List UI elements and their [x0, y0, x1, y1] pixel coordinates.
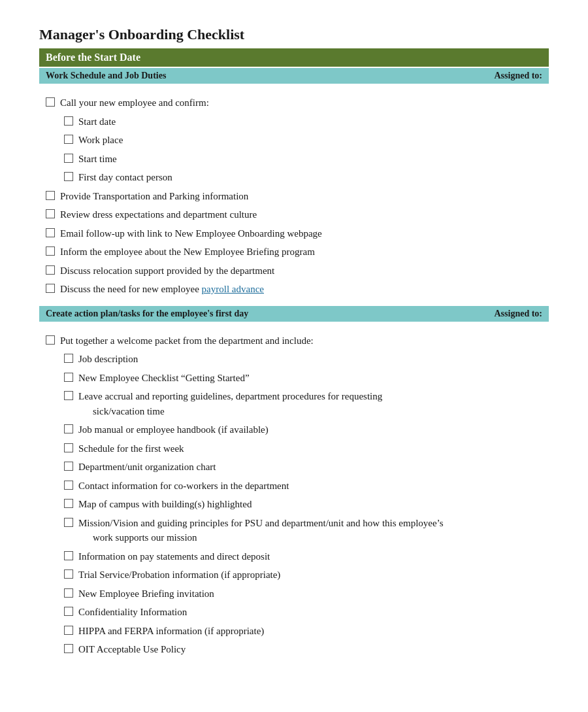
- list-item: Schedule for the first week: [64, 441, 549, 456]
- checkbox[interactable]: [64, 135, 73, 144]
- list-item: Mission/Vision and guiding principles fo…: [64, 516, 549, 545]
- checkbox[interactable]: [46, 209, 55, 218]
- list-item: Review dress expectations and department…: [46, 207, 549, 222]
- item-label: Inform the employee about the New Employ…: [60, 245, 549, 260]
- item-label: Confidentiality Information: [78, 605, 549, 620]
- checkbox[interactable]: [64, 424, 73, 433]
- checkbox[interactable]: [64, 172, 73, 181]
- item-label: HIPPA and FERPA information (if appropri…: [78, 624, 549, 639]
- checkbox[interactable]: [64, 644, 73, 653]
- checkbox[interactable]: [64, 373, 73, 382]
- item-label: Department/unit organization chart: [78, 460, 549, 475]
- list-item: Job description: [64, 352, 549, 367]
- checkbox[interactable]: [46, 97, 55, 107]
- item-label: Job description: [78, 352, 549, 367]
- item-label: OIT Acceptable Use Policy: [78, 642, 549, 657]
- checkbox[interactable]: [64, 607, 73, 616]
- list-item: Call your new employee and confirm:: [46, 95, 549, 110]
- list-item: Put together a welcome packet from the d…: [46, 333, 549, 348]
- item-label: Put together a welcome packet from the d…: [60, 333, 549, 348]
- checkbox[interactable]: [46, 228, 55, 237]
- checkbox[interactable]: [46, 191, 55, 200]
- item-label: Information on pay statements and direct…: [78, 549, 549, 564]
- checkbox[interactable]: [46, 335, 55, 345]
- list-item: Leave accrual and reporting guidelines, …: [64, 389, 549, 418]
- list-item: Start date: [64, 114, 549, 129]
- list-item: Information on pay statements and direct…: [64, 549, 549, 564]
- list-item: Discuss the need for new employee payrol…: [46, 282, 549, 297]
- checkbox[interactable]: [64, 391, 73, 400]
- list-item: New Employee Briefing invitation: [64, 586, 549, 602]
- checkbox[interactable]: [64, 154, 73, 163]
- item-label: Schedule for the first week: [78, 441, 549, 456]
- item-label: Discuss the need for new employee payrol…: [60, 282, 549, 297]
- item-label: Contact information for co-workers in th…: [78, 479, 549, 494]
- list-item: OIT Acceptable Use Policy: [64, 642, 549, 657]
- list-item: HIPPA and FERPA information (if appropri…: [64, 624, 549, 639]
- list-item: Trial Service/Probation information (if …: [64, 568, 549, 583]
- checkbox[interactable]: [64, 499, 73, 508]
- checkbox[interactable]: [64, 481, 73, 490]
- list-item: Email follow-up with link to New Employe…: [46, 226, 549, 241]
- item-label: Review dress expectations and department…: [60, 207, 549, 222]
- section1-subheader-right: Assigned to:: [494, 71, 542, 81]
- list-item: Job manual or employee handbook (if avai…: [64, 422, 549, 437]
- item-label: Map of campus with building(s) highlight…: [78, 497, 549, 512]
- section1-checklist: Call your new employee and confirm: Star…: [39, 90, 549, 297]
- checkbox[interactable]: [64, 443, 73, 452]
- section2-subheader-blue: Create action plan/tasks for the employe…: [39, 306, 549, 322]
- checkbox[interactable]: [46, 284, 55, 293]
- checkbox[interactable]: [64, 462, 73, 471]
- item-label: First day contact person: [78, 170, 549, 185]
- section1-subheader-blue: Work Schedule and Job Duties Assigned to…: [39, 68, 549, 84]
- item-label: Job manual or employee handbook (if avai…: [78, 422, 549, 437]
- item-label: Call your new employee and confirm:: [60, 95, 549, 110]
- item-label: Start date: [78, 114, 549, 129]
- item-label: Trial Service/Probation information (if …: [78, 568, 549, 583]
- item-label: New Employee Briefing invitation: [78, 586, 549, 602]
- list-item: Provide Transportation and Parking infor…: [46, 189, 549, 204]
- item-label: Mission/Vision and guiding principles fo…: [78, 516, 549, 545]
- section2-checklist: Put together a welcome packet from the d…: [39, 328, 549, 657]
- list-item: Map of campus with building(s) highlight…: [64, 497, 549, 512]
- item-label: New Employee Checklist “Getting Started”: [78, 371, 549, 386]
- item-label: Email follow-up with link to New Employe…: [60, 226, 549, 241]
- checkbox[interactable]: [46, 265, 55, 275]
- section2-subheader-left: Create action plan/tasks for the employe…: [46, 309, 248, 319]
- list-item: Work place: [64, 133, 549, 148]
- list-item: First day contact person: [64, 170, 549, 185]
- list-item: New Employee Checklist “Getting Started”: [64, 371, 549, 386]
- list-item: Contact information for co-workers in th…: [64, 479, 549, 494]
- item-label: Discuss relocation support provided by t…: [60, 263, 549, 279]
- section1-header-green: Before the Start Date: [39, 48, 549, 67]
- checkbox[interactable]: [64, 116, 73, 126]
- checkbox[interactable]: [64, 626, 73, 635]
- list-item: Start time: [64, 152, 549, 167]
- list-item: Discuss relocation support provided by t…: [46, 263, 549, 279]
- item-label: Leave accrual and reporting guidelines, …: [78, 389, 549, 418]
- checkbox[interactable]: [46, 246, 55, 256]
- item-label: Provide Transportation and Parking infor…: [60, 189, 549, 204]
- checkbox[interactable]: [64, 569, 73, 579]
- checkbox[interactable]: [64, 518, 73, 527]
- section2-subheader-right: Assigned to:: [494, 309, 542, 319]
- list-item: Inform the employee about the New Employ…: [46, 245, 549, 260]
- list-item: Department/unit organization chart: [64, 460, 549, 475]
- checkbox[interactable]: [64, 354, 73, 363]
- item-label: Start time: [78, 152, 549, 167]
- page-title: Manager's Onboarding Checklist: [39, 26, 549, 43]
- payroll-advance-link[interactable]: payroll advance: [202, 284, 264, 294]
- checkbox[interactable]: [64, 588, 73, 598]
- checkbox[interactable]: [64, 551, 73, 560]
- item-label: Work place: [78, 133, 549, 148]
- section1-subheader-left: Work Schedule and Job Duties: [46, 71, 166, 81]
- list-item: Confidentiality Information: [64, 605, 549, 620]
